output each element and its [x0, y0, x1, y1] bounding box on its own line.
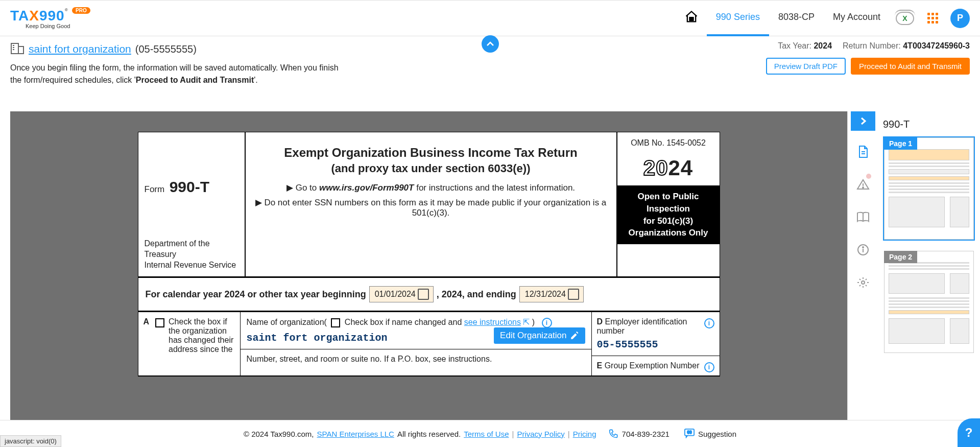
book-icon[interactable] — [853, 205, 873, 229]
svg-rect-2 — [11, 43, 18, 54]
form-990t-paper: Form 990-T Department of the Treasury In… — [138, 132, 720, 377]
avatar[interactable]: P — [950, 9, 970, 28]
section-a-text: Check the box if the organization has ch… — [169, 317, 234, 370]
logo-part-ta: TA — [10, 8, 29, 23]
thumbnail-page-2[interactable]: Page 2 — [883, 250, 975, 354]
rail-expand-button[interactable] — [851, 111, 875, 131]
svg-text:66: 66 — [687, 430, 692, 434]
svg-point-15 — [862, 281, 865, 284]
address-changed-checkbox[interactable] — [155, 318, 164, 327]
name-of-org-row: Name of organization( Check box if name … — [241, 312, 591, 349]
proceed-audit-button[interactable]: Proceed to Audit and Transmit — [851, 58, 970, 75]
home-icon[interactable] — [676, 10, 707, 27]
svg-point-14 — [863, 247, 864, 248]
nav-990-series[interactable]: 990 Series — [707, 0, 769, 36]
thumbnail-page-1[interactable]: Page 1 — [883, 136, 975, 241]
section-a-d-row: A Check the box if the organization has … — [138, 312, 720, 376]
section-d-row: D Employer identification number i 05-55… — [592, 312, 720, 356]
svg-rect-0 — [689, 17, 693, 18]
logo[interactable]: TAX990® PRO Keep Doing Good — [10, 8, 90, 29]
svg-point-10 — [863, 187, 864, 188]
nav-my-account[interactable]: My Account — [824, 0, 890, 36]
terms-link[interactable]: Terms of Use — [464, 430, 509, 438]
svg-rect-1 — [689, 19, 693, 20]
thumbs-title: 990-T — [883, 119, 975, 130]
suggestion-icon[interactable]: 66 — [684, 428, 695, 440]
preview-draft-button[interactable]: Preview Draft PDF — [766, 58, 846, 75]
info-icon[interactable]: i — [704, 362, 714, 372]
pages-icon[interactable] — [853, 140, 873, 163]
export-icon[interactable]: X — [896, 12, 914, 25]
nav-8038-cp[interactable]: 8038-CP — [769, 0, 824, 36]
span-enterprises-link[interactable]: SPAN Enterprises LLC — [317, 430, 394, 438]
ein-value: 05-5555555 — [597, 339, 714, 350]
browser-status-bar: javascript: void(0) — [0, 435, 61, 447]
main-content: Form 990-T Department of the Treasury In… — [0, 111, 980, 420]
dept-treasury: Department of the Treasury — [145, 239, 240, 260]
side-rail — [847, 111, 878, 420]
logo-tagline: Keep Doing Good — [26, 23, 70, 29]
pricing-link[interactable]: Pricing — [573, 430, 596, 438]
footer: © 2024 Tax990.com, SPAN Enterprises LLC … — [0, 420, 980, 447]
form-number: 990-T — [170, 178, 209, 195]
svg-rect-3 — [18, 46, 23, 54]
thumb-label: Page 1 — [884, 137, 917, 150]
tax-year-large: 2024 — [617, 154, 720, 185]
instructions-text: Once you begin filing the form, the info… — [10, 62, 347, 86]
registered-mark: ® — [65, 8, 68, 12]
name-changed-checkbox[interactable] — [331, 318, 340, 327]
sub-header: saint fort organization (05-5555555) Onc… — [0, 36, 980, 111]
organization-name-value: saint fort organization — [247, 332, 388, 344]
section-a-label: A — [144, 317, 150, 326]
organization-link[interactable]: saint fort organization — [29, 43, 131, 55]
form-viewport[interactable]: Form 990-T Department of the Treasury In… — [10, 111, 847, 420]
collapse-toggle[interactable] — [482, 35, 499, 53]
page-thumbnails: 990-T Page 1 Page 2 — [878, 111, 980, 420]
meta-line: Tax Year: 2024 Return Number: 4T00347245… — [766, 41, 970, 51]
top-header: TAX990® PRO Keep Doing Good 990 Series 8… — [0, 0, 980, 36]
public-inspection-box: Open to Public Inspection for 501(c)(3) … — [617, 185, 720, 244]
info-icon[interactable]: i — [542, 318, 552, 328]
apps-grid-icon[interactable] — [927, 13, 938, 23]
info-icon[interactable]: i — [704, 318, 714, 328]
copyright-text: © 2024 Tax990.com, — [244, 430, 314, 438]
address-row: Number, street, and room or suite no. If… — [241, 349, 591, 369]
pro-badge: PRO — [72, 7, 90, 14]
organization-ein: (05-5555555) — [135, 43, 197, 55]
building-icon — [10, 41, 25, 57]
form-title: Exempt Organization Business Income Tax … — [251, 146, 611, 160]
instruction-line-1: ▶ Go to www.irs.gov/Form990T for instruc… — [251, 182, 611, 193]
gear-icon[interactable] — [853, 271, 873, 294]
logo-part-x: X — [29, 8, 39, 23]
form-label: Form — [145, 184, 165, 194]
privacy-link[interactable]: Privacy Policy — [517, 430, 564, 438]
omb-number: OMB No. 1545-0052 — [617, 132, 720, 154]
thumb-label: Page 2 — [884, 251, 917, 263]
edit-organization-button[interactable]: Edit Organization — [494, 327, 585, 344]
external-link-icon[interactable]: ⇱ — [523, 318, 532, 326]
suggestion-label[interactable]: Suggestion — [698, 430, 736, 438]
rights-text: All rights reserved. — [397, 430, 461, 438]
dept-irs: Internal Revenue Service — [145, 260, 240, 271]
about-icon[interactable] — [853, 238, 873, 262]
help-button[interactable]: ? — [958, 418, 980, 447]
see-instructions-link[interactable]: see instructions — [464, 318, 521, 326]
section-e-row: E Group Exemption Number i — [592, 356, 720, 375]
phone-number: 704-839-2321 — [622, 430, 670, 438]
warnings-icon[interactable] — [853, 173, 873, 196]
end-date-input[interactable]: 12/31/2024 — [519, 286, 584, 302]
phone-icon[interactable] — [609, 428, 619, 440]
begin-date-input[interactable]: 01/01/2024 — [369, 286, 434, 302]
logo-part-990: 990 — [39, 8, 65, 23]
calendar-year-row: For calendar year 2024 or other tax year… — [138, 278, 720, 312]
form-subtitle: (and proxy tax under section 6033(e)) — [251, 162, 611, 175]
instruction-line-2: ▶ Do not enter SSN numbers on this form … — [251, 197, 611, 218]
